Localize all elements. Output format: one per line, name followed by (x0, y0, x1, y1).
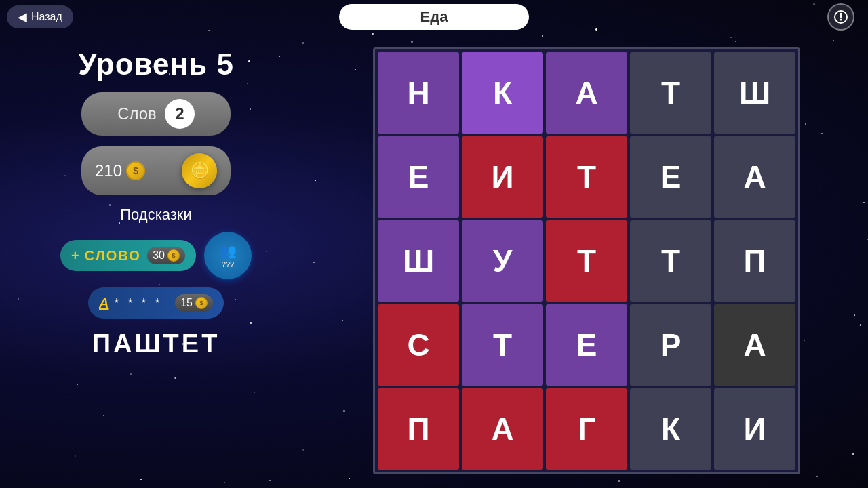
coins-badge: 210 $ 🪙 (81, 146, 231, 195)
grid-cell-6[interactable]: И (462, 136, 543, 218)
grid-cell-8[interactable]: Е (630, 136, 711, 218)
grid-cell-10[interactable]: Ш (378, 220, 459, 302)
hint2-row: А * * * * 15 $ (7, 287, 305, 319)
hint-letter-cost-coin: $ (195, 297, 208, 309)
coins-number: 210 (95, 161, 122, 180)
level-title: Уровень 5 (78, 47, 234, 81)
grid-cell-11[interactable]: У (462, 220, 543, 302)
letter-grid: НКАТШЕИТЕАШУТТПСТЕРАПАГКИ (373, 47, 800, 474)
hint-plus-icon: + (71, 248, 79, 264)
grid-cell-24[interactable]: И (714, 388, 795, 470)
grid-cell-17[interactable]: Е (546, 304, 627, 386)
words-badge: Слов 2 (81, 92, 231, 136)
add-coins-button[interactable]: 🪙 (182, 153, 217, 188)
grid-cell-22[interactable]: Г (546, 388, 627, 470)
back-label: Назад (31, 11, 62, 23)
hint-word-cost-number: 30 (153, 249, 165, 262)
hint-word-cost: 30 $ (147, 247, 185, 264)
grid-cell-5[interactable]: Е (378, 136, 459, 218)
right-panel: НКАТШЕИТЕАШУТТПСТЕРАПАГКИ (319, 41, 854, 481)
hint-stars: * * * * (114, 296, 162, 310)
grid-cell-13[interactable]: Т (630, 220, 711, 302)
hint-letter-cost-number: 15 (180, 297, 193, 309)
grid-cell-9[interactable]: А (714, 136, 795, 218)
hint-word-text: СЛОВО (85, 248, 141, 264)
hint-word-button[interactable]: + СЛОВО 30 $ (60, 240, 196, 271)
current-word: ПАШТЕТ (92, 329, 220, 359)
hint1-row: + СЛОВО 30 $ 👥 ??? (7, 232, 305, 279)
hint-top-icon[interactable] (827, 3, 854, 30)
left-panel: Уровень 5 Слов 2 210 $ 🪙 Подсказки (7, 41, 305, 481)
hint-letter-button[interactable]: А * * * * 15 $ (88, 287, 224, 319)
coins-amount: 210 $ (95, 161, 145, 180)
back-button[interactable]: ◀ Назад (7, 5, 73, 28)
hints-title: Подсказки (120, 206, 192, 224)
grid-cell-15[interactable]: С (378, 304, 459, 386)
grid-cell-4[interactable]: Ш (714, 52, 795, 134)
words-label: Слов (117, 104, 157, 123)
hint-word-cost-coin: $ (167, 249, 180, 262)
coin-icon: $ (126, 161, 145, 180)
grid-cell-23[interactable]: К (630, 388, 711, 470)
grid-cell-14[interactable]: П (714, 220, 795, 302)
topic-badge: Еда (339, 4, 529, 30)
topic-label: Еда (420, 8, 448, 25)
friends-icon: 👥 (220, 243, 237, 259)
coins-stack-icon: 🪙 (191, 162, 209, 180)
grid-cell-7[interactable]: Т (546, 136, 627, 218)
grid-cell-0[interactable]: Н (378, 52, 459, 134)
friends-label: ??? (222, 260, 234, 268)
grid-cell-12[interactable]: Т (546, 220, 627, 302)
back-arrow-icon: ◀ (18, 9, 27, 24)
grid-cell-21[interactable]: А (462, 388, 543, 470)
grid-cell-19[interactable]: А (714, 304, 795, 386)
grid-cell-1[interactable]: К (462, 52, 543, 134)
hints-section: Подсказки + СЛОВО 30 $ 👥 ??? (7, 206, 305, 319)
friends-button[interactable]: 👥 ??? (204, 232, 252, 279)
screen: ◀ Назад Еда Уровень 5 Слов 2 210 (0, 0, 868, 488)
grid-cell-16[interactable]: Т (462, 304, 543, 386)
grid-cell-20[interactable]: П (378, 388, 459, 470)
words-count: 2 (165, 99, 195, 129)
svg-point-1 (840, 19, 842, 21)
grid-cell-2[interactable]: А (546, 52, 627, 134)
hint-letter-icon: А (99, 296, 108, 311)
grid-cell-18[interactable]: Р (630, 304, 711, 386)
grid-cell-3[interactable]: Т (630, 52, 711, 134)
hint-letter-cost: 15 $ (175, 294, 213, 312)
top-bar: ◀ Назад Еда (0, 0, 868, 34)
main-content: Уровень 5 Слов 2 210 $ 🪙 Подсказки (0, 34, 868, 488)
